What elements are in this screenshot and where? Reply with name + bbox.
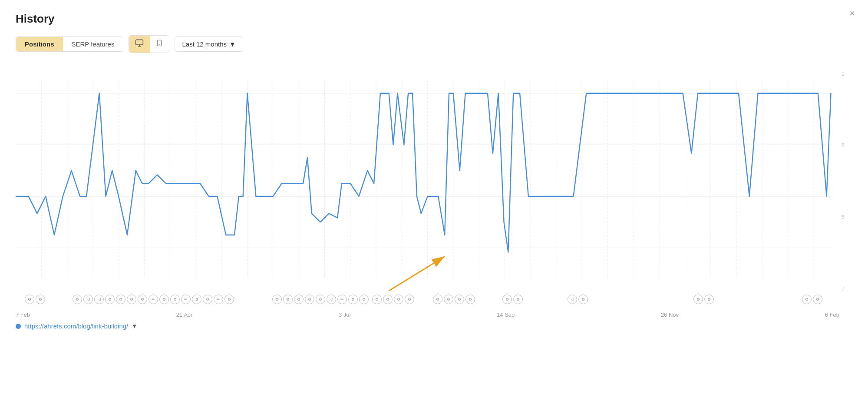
y-label-1: 1 — [842, 70, 845, 77]
icon-circle[interactable]: ⚙ — [802, 295, 812, 304]
chart-container: 1 3 5 7 — [16, 66, 852, 318]
icon-circle[interactable]: ⚙ — [394, 295, 403, 304]
x-label-6feb: 6 Feb — [825, 312, 839, 318]
icon-circle[interactable]: ⚙ — [203, 295, 212, 304]
icon-circle[interactable]: ⚙ — [305, 295, 314, 304]
date-range-label: Last 12 months — [182, 40, 227, 48]
icon-circle[interactable]: ⚙ — [159, 295, 169, 304]
toolbar: Positions SERP features Last 12 months ▼ — [16, 35, 852, 53]
icon-circle[interactable]: ⚙ — [813, 295, 822, 304]
icon-circle[interactable]: ⚙ — [25, 295, 34, 304]
icon-circle[interactable]: ⚙ — [138, 295, 147, 304]
icon-circle[interactable]: ✏ — [181, 295, 191, 304]
chart-svg — [16, 66, 848, 318]
icon-circle[interactable]: ✏ — [214, 295, 223, 304]
modal-title: History — [16, 12, 852, 26]
icon-circle[interactable]: ⚙ — [359, 295, 369, 304]
icon-circle[interactable]: ⚙ — [224, 295, 234, 304]
icon-circle[interactable]: ◁ — [327, 295, 336, 304]
x-label-7feb: 7 Feb — [16, 312, 30, 318]
history-modal: × History Positions SERP features Last 1… — [0, 0, 868, 411]
icon-circle[interactable]: 3 — [192, 295, 201, 304]
icon-circle[interactable]: ✏ — [337, 295, 347, 304]
icon-circle[interactable]: ⚙ — [372, 295, 382, 304]
icon-circle[interactable]: ⚙ — [433, 295, 442, 304]
icon-circle[interactable]: ⚙ — [704, 295, 714, 304]
icon-cluster-2: ⚙ ◁ ◁ ⚙ ⚙ ⚙ ⚙ ✏ ⚙ ⚙ ✏ 3 — [72, 295, 202, 304]
icon-circle[interactable]: ⚙ — [294, 295, 304, 304]
annotation-arrow — [389, 256, 445, 291]
icon-circle[interactable]: ⚙ — [316, 295, 325, 304]
icon-circle[interactable]: ⚙ — [693, 295, 703, 304]
tab-positions[interactable]: Positions — [16, 37, 63, 51]
icon-circle[interactable]: ⚙ — [127, 295, 136, 304]
tab-serp-features[interactable]: SERP features — [63, 37, 123, 51]
icon-circle[interactable]: ◁ — [94, 295, 104, 304]
icon-circle[interactable]: ⚙ — [502, 295, 512, 304]
icon-cluster-8: ◁ ⚙ — [567, 295, 588, 304]
icon-cluster-1: ⚙ ⚙ — [24, 295, 46, 304]
date-range-button[interactable]: Last 12 months ▼ — [175, 36, 243, 52]
url-indicator-dot — [16, 324, 21, 329]
y-axis: 1 3 5 7 — [842, 70, 845, 292]
icon-circle[interactable]: ⚙ — [444, 295, 453, 304]
icon-circle[interactable]: ⚙ — [383, 295, 393, 304]
icon-cluster-3: ⚙ ✏ ⚙ — [202, 295, 234, 304]
icon-circle[interactable]: ⚙ — [272, 295, 282, 304]
x-label-3jul: 3 Jul — [339, 312, 350, 318]
url-link[interactable]: https://ahrefs.com/blog/link-building/ — [24, 322, 128, 330]
device-mobile-button[interactable] — [150, 36, 169, 53]
icon-circle[interactable]: ✏ — [149, 295, 158, 304]
icon-cluster-6: ⚙ ⚙ ⚙ ⚙ — [432, 295, 475, 304]
url-dropdown-arrow[interactable]: ▼ — [132, 323, 137, 329]
y-label-3: 3 — [842, 142, 845, 149]
device-tab-group — [129, 35, 169, 53]
x-axis-labels: 7 Feb 21 Apr 3 Jul 14 Sep 26 Nov 6 Feb — [16, 312, 839, 318]
icon-circle[interactable]: ⚙ — [105, 295, 115, 304]
chart-line — [16, 93, 831, 252]
icon-circle[interactable]: ⚙ — [116, 295, 125, 304]
icon-circle[interactable]: ⚙ — [578, 295, 588, 304]
bottom-icons-row: ⚙ ⚙ ⚙ ◁ ◁ ⚙ ⚙ ⚙ ⚙ ✏ ⚙ ⚙ ✏ 3 ⚙ ✏ ⚙ — [16, 294, 839, 305]
x-label-21apr: 21 Apr — [176, 312, 193, 318]
y-label-5: 5 — [842, 214, 845, 220]
date-range-arrow: ▼ — [229, 40, 236, 48]
icon-circle[interactable]: ⚙ — [465, 295, 475, 304]
svg-rect-0 — [136, 40, 143, 45]
desktop-icon — [135, 39, 144, 47]
icon-cluster-9: ⚙ ⚙ — [693, 295, 714, 304]
icon-cluster-4: ⚙ ⚙ ⚙ ⚙ ⚙ ◁ ✏ ⚙ ⚙ — [272, 295, 369, 304]
icon-circle[interactable]: ◁ — [83, 295, 93, 304]
x-label-26nov: 26 Nov — [661, 312, 679, 318]
url-row: https://ahrefs.com/blog/link-building/ ▼ — [16, 322, 852, 330]
view-tab-group: Positions SERP features — [16, 36, 123, 52]
icon-circle[interactable]: ⚙ — [36, 295, 45, 304]
icon-cluster-7: ⚙ ⚙ — [502, 295, 523, 304]
icon-circle[interactable]: ⚙ — [73, 295, 82, 304]
x-label-14sep: 14 Sep — [497, 312, 515, 318]
icon-cluster-10: ⚙ ⚙ — [802, 295, 823, 304]
y-label-7: 7 — [842, 285, 845, 292]
icon-circle[interactable]: ⚙ — [455, 295, 464, 304]
icon-circle[interactable]: ⚙ — [170, 295, 180, 304]
icon-circle[interactable]: ⚙ — [348, 295, 358, 304]
device-desktop-button[interactable] — [129, 36, 150, 53]
icon-cluster-5: ⚙ ⚙ ⚙ ⚙ — [372, 295, 415, 304]
icon-circle[interactable]: ⚙ — [283, 295, 293, 304]
mobile-icon — [156, 39, 163, 47]
icon-circle[interactable]: ◁ — [568, 295, 577, 304]
icon-circle[interactable]: ⚙ — [405, 295, 414, 304]
icon-circle[interactable]: ⚙ — [513, 295, 523, 304]
close-button[interactable]: × — [849, 9, 855, 18]
